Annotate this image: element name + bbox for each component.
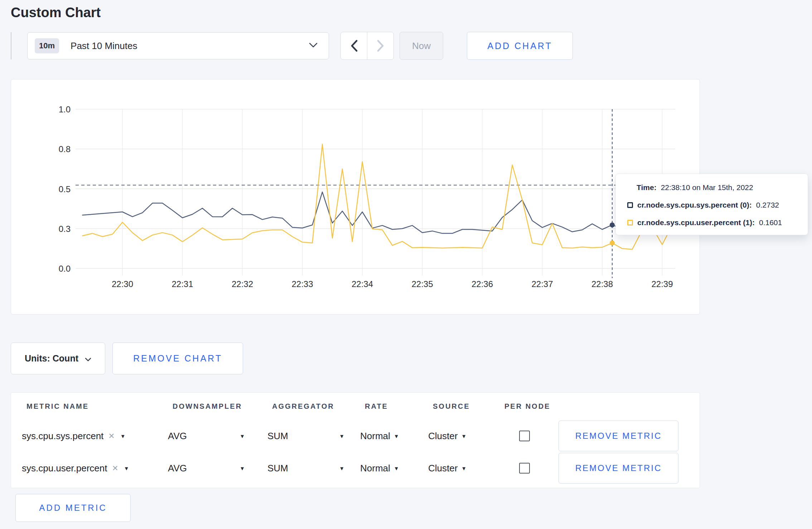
caret-down-icon: ▼ [124,465,129,471]
tooltip-sys-value: 0.2732 [756,201,779,209]
rate-value: Normal [360,431,390,442]
caret-down-icon: ▼ [461,465,467,471]
chevron-down-icon [309,42,318,49]
toolbar: 10m Past 10 Minutes Now ADD CHART [11,32,812,60]
remove-metric-button[interactable]: REMOVE METRIC [559,453,678,484]
table-row-cell: SUM ▼ [267,420,360,452]
table-row-cell: Cluster ▼ [428,420,500,452]
table-row-cell: SUM ▼ [267,452,360,484]
y-axis-label: 0.8 [59,144,71,154]
table-row-cell: Cluster ▼ [428,452,500,484]
units-dropdown[interactable]: Units: Count [11,343,105,374]
downsampler-select[interactable]: AVG ▼ [168,431,245,442]
tooltip-user-label: cr.node.sys.cpu.user.percent (1): [637,218,755,227]
x-axis-label: 22:39 [651,279,673,289]
rate-value: Normal [360,463,390,474]
tooltip-sys-label: cr.node.sys.cpu.sys.percent (0): [637,201,752,209]
rate-select[interactable]: Normal ▼ [360,431,399,442]
caret-down-icon: ▼ [240,465,245,471]
tooltip-series-row: cr.node.sys.cpu.sys.percent (0): 0.2732 [627,201,798,209]
x-axis-label: 22:38 [591,279,613,289]
add-chart-button[interactable]: ADD CHART [467,32,573,60]
user-series-legend-square-icon [627,220,633,225]
col-header-per-node: PER NODE [500,393,559,420]
table-row-cell: sys.cpu.sys.percent × ▼ [22,420,168,452]
time-nav-group [340,32,394,60]
chevron-down-icon [85,353,91,364]
source-select[interactable]: Cluster ▼ [428,431,467,442]
cpu-usage-chart[interactable]: 22:3022:3122:3222:3322:3422:3522:3622:37… [11,79,700,314]
x-axis-label: 22:35 [411,279,433,289]
rate-select[interactable]: Normal ▼ [360,463,399,474]
clear-metric-icon[interactable]: × [112,465,118,472]
col-header-aggregator: AGGREGATOR [267,393,360,420]
series-line-user-percent [82,144,672,249]
chart-panel: 22:3022:3122:3222:3322:3422:3522:3622:37… [11,79,700,315]
caret-down-icon: ▼ [394,465,399,471]
source-select[interactable]: Cluster ▼ [428,463,467,474]
table-row-cell [500,452,559,484]
hover-dot-sys [610,222,615,227]
y-axis-label: 0.5 [59,184,71,194]
series-line-sys-percent [82,192,672,233]
time-next-button[interactable] [367,32,393,59]
remove-chart-button[interactable]: REMOVE CHART [112,343,243,374]
x-axis-label: 22:37 [531,279,553,289]
source-value: Cluster [428,431,458,442]
col-header-actions [559,393,689,420]
table-row-cell: sys.cpu.user.percent × ▼ [22,452,168,484]
col-header-metric-name: METRIC NAME [22,393,168,420]
caret-down-icon: ▼ [394,433,399,439]
aggregator-value: SUM [267,463,288,474]
table-row-cell: Normal ▼ [360,452,428,484]
col-header-rate: RATE [360,393,428,420]
tooltip-series-row: cr.node.sys.cpu.user.percent (1): 0.1601 [627,218,798,227]
chevron-left-icon [350,40,358,52]
add-metric-button[interactable]: ADD METRIC [15,494,131,522]
time-prev-button[interactable] [341,32,367,59]
table-row-cell: AVG ▼ [168,420,267,452]
clear-metric-icon[interactable]: × [108,432,114,440]
chart-tooltip: Time: 22:38:10 on Mar 15th, 2022 cr.node… [615,174,808,235]
metric-name-select[interactable]: sys.cpu.sys.percent × ▼ [22,431,126,442]
col-header-downsampler: DOWNSAMPLER [168,393,267,420]
table-row-cell [500,420,559,452]
tooltip-time-row: Time: 22:38:10 on Mar 15th, 2022 [627,183,798,192]
x-axis-label: 22:36 [472,279,493,289]
caret-down-icon: ▼ [461,433,467,439]
downsampler-select[interactable]: AVG ▼ [168,463,245,474]
caret-down-icon: ▼ [339,465,344,471]
x-axis-label: 22:31 [171,279,193,289]
table-row-cell: Normal ▼ [360,420,428,452]
y-axis-label: 0.0 [59,264,71,273]
caret-down-icon: ▼ [240,433,245,439]
caret-down-icon: ▼ [339,433,344,439]
chart-footer: Units: Count REMOVE CHART [11,343,812,374]
remove-metric-button[interactable]: REMOVE METRIC [559,421,678,451]
y-axis-label: 1.0 [59,105,71,114]
time-range-dropdown[interactable]: 10m Past 10 Minutes [27,32,329,59]
time-range-label: Past 10 Minutes [71,40,137,52]
col-header-source: SOURCE [428,393,500,420]
tooltip-time-label: Time: [637,183,657,192]
aggregator-select[interactable]: SUM ▼ [267,431,344,442]
metrics-grid: METRIC NAME DOWNSAMPLER AGGREGATOR RATE … [22,393,689,484]
metric-name-select[interactable]: sys.cpu.user.percent × ▼ [22,463,129,474]
custom-chart-page: Custom Chart 10m Past 10 Minutes Now ADD… [0,0,812,529]
tooltip-user-value: 0.1601 [759,218,782,227]
hover-dot-user [610,241,615,246]
toolbar-divider [11,32,11,59]
chevron-right-icon [377,40,385,52]
aggregator-select[interactable]: SUM ▼ [267,463,344,474]
table-row-cell: REMOVE METRIC [559,420,689,452]
units-label: Units: Count [25,353,78,364]
table-row-cell: AVG ▼ [168,452,267,484]
now-button[interactable]: Now [400,32,443,60]
metrics-table: METRIC NAME DOWNSAMPLER AGGREGATOR RATE … [11,392,700,488]
per-node-checkbox[interactable] [519,431,530,441]
aggregator-value: SUM [267,431,288,442]
per-node-checkbox[interactable] [519,463,530,474]
downsampler-value: AVG [168,431,187,442]
metric-name-value: sys.cpu.user.percent [22,463,107,474]
sys-series-legend-square-icon [627,202,633,208]
